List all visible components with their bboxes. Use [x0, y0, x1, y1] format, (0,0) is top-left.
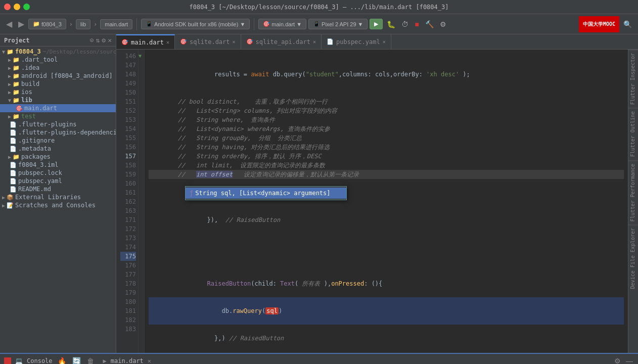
- tree-item-build[interactable]: ▶ 📁 build: [0, 80, 116, 88]
- logo-area: 中国大学MOOC: [579, 16, 619, 32]
- profile-button[interactable]: ⏱: [399, 18, 411, 30]
- minimize-button[interactable]: [14, 4, 20, 10]
- code-line-160: [149, 234, 624, 243]
- separator: [136, 18, 137, 30]
- tree-item-readme[interactable]: 📄 README.md: [0, 185, 116, 193]
- run-console-label: Console: [27, 357, 53, 365]
- settings-button[interactable]: ⚙: [438, 18, 448, 30]
- console-flame-button[interactable]: 🔥: [57, 356, 67, 365]
- collapse-icon[interactable]: ⇅: [96, 36, 100, 44]
- lib-selector[interactable]: lib: [76, 19, 90, 29]
- search-button[interactable]: 🔍: [621, 18, 634, 30]
- tree-item-ios[interactable]: ▶ 📁 ios: [0, 88, 116, 96]
- main-layout: Project ⊙ ⇅ ⚙ ✕ ▼ 📁 f0804_3 ~/Desktop/le…: [0, 34, 638, 353]
- code-line-153: // String groupBy, 分组 分类汇总: [149, 133, 624, 143]
- sidebar-actions: ⊙ ⇅ ⚙ ✕: [90, 36, 112, 44]
- tree-item-packages[interactable]: ▶ 📁 packages: [0, 153, 116, 161]
- project-selector[interactable]: 📁 f0804_3: [28, 19, 66, 29]
- sidebar-title: Project: [4, 37, 30, 44]
- tree-item-main-dart[interactable]: 🎯 main.dart: [0, 104, 116, 112]
- bottom-panel: 💻 Console 🔥 🔄 🗑 ▶ main.dart ✕ ⚙ — ↑ E/fl…: [0, 353, 638, 364]
- tab-main-dart[interactable]: 🎯 main.dart ✕: [116, 34, 175, 49]
- locate-icon[interactable]: ⊙: [90, 36, 94, 44]
- close-tab-main[interactable]: ✕: [166, 39, 169, 45]
- code-line-154: // String having, 对分类汇总后的结果进行筛选: [149, 143, 624, 152]
- device-file-explorer-tab[interactable]: Device File Explorer: [628, 224, 638, 292]
- console-reload-button[interactable]: 🔄: [71, 356, 82, 365]
- sidebar: Project ⊙ ⇅ ⚙ ✕ ▼ 📁 f0804_3 ~/Desktop/le…: [0, 34, 116, 353]
- sdk-selector[interactable]: 📱 Android SDK built for x86 (mobile) ▼: [141, 19, 250, 29]
- title-bar: f0804_3 [~/Desktop/lesson/source/f0804_3…: [0, 0, 638, 14]
- code-line-151: // String where, 查询条件: [149, 115, 624, 124]
- tree-item-lib[interactable]: ▼ 📁 lib: [0, 96, 116, 104]
- tree-item-idea[interactable]: ▶ 📁 .idea: [0, 64, 116, 72]
- tree-item-android[interactable]: ▶ 📁 android [f0804_3_android]: [0, 72, 116, 80]
- code-line-155: // String orderBy, 排序，默认 升序，DESC: [149, 152, 624, 161]
- code-line-174: RaisedButton(child: Text( 所有表 ),onPresse…: [149, 270, 624, 297]
- code-line-159: }), // RaisedButton: [149, 206, 624, 234]
- console-icon: 💻: [15, 357, 23, 365]
- run-button[interactable]: ▶: [370, 19, 383, 29]
- back-button[interactable]: ◀: [4, 18, 14, 30]
- close-button[interactable]: [4, 4, 11, 10]
- run-minimize-button[interactable]: —: [625, 356, 634, 365]
- stop-button[interactable]: ■: [413, 18, 421, 30]
- code-line-162: [149, 252, 624, 261]
- close-tab-sqlite-api[interactable]: ✕: [313, 39, 316, 44]
- code-editor: 146 147 148 149 150 151 152 153 154 155 …: [116, 50, 638, 353]
- toolbar: ◀ ▶ 📁 f0804_3 › lib › main.dart 📱 Androi…: [0, 14, 638, 34]
- run-close[interactable]: ✕: [148, 357, 151, 365]
- code-line-148: [149, 88, 624, 97]
- tree-item-scratches[interactable]: ▶ 📝 Scratches and Consoles: [0, 201, 116, 209]
- window-title: f0804_3 [~/Desktop/lesson/source/f0804_3…: [190, 4, 449, 11]
- tab-sqlite-api[interactable]: 🎯 sqlite_api.dart ✕: [241, 34, 322, 49]
- tree-item-flutter-plugins-dep[interactable]: 📄 .flutter-plugins-dependencies: [0, 128, 116, 136]
- tree-item-flutter-plugins[interactable]: 📄 .flutter-plugins: [0, 120, 116, 128]
- run-settings-button[interactable]: ⚙: [613, 356, 622, 365]
- tree-item-metadata[interactable]: 📄 .metadata: [0, 145, 116, 153]
- autocomplete-item-1[interactable]: ƒString sql, [List<dynamic> arguments]: [186, 188, 346, 199]
- tree-item-pubspec-lock[interactable]: 📄 pubspec.lock: [0, 169, 116, 177]
- debug-button[interactable]: 🐛: [385, 18, 397, 30]
- code-line-177: ], // <Widget>[]: [149, 352, 624, 353]
- fold-gutter: ▼: [139, 50, 145, 353]
- mooc-logo: 中国大学MOOC: [579, 16, 619, 32]
- sidebar-gear-icon[interactable]: ⚙: [102, 36, 106, 44]
- tree-item-root[interactable]: ▼ 📁 f0804_3 ~/Desktop/lesson/source/f080…: [0, 48, 116, 56]
- tree-item-external-libs[interactable]: ▶ 📦 External Libraries: [0, 193, 116, 201]
- flutter-outline-tab[interactable]: Flutter Outline: [628, 108, 638, 160]
- file-selector[interactable]: main.dart: [100, 19, 132, 29]
- code-line-147: results = await db.query("student",colum…: [149, 61, 624, 88]
- maximize-button[interactable]: [23, 4, 30, 10]
- stop-run-button[interactable]: [4, 357, 11, 365]
- code-line-161: [149, 243, 624, 252]
- tree-item-gitignore[interactable]: 📄 .gitignore: [0, 136, 116, 145]
- code-line-146: [149, 52, 624, 61]
- tree-item-test[interactable]: ▶ 📁 test: [0, 112, 116, 120]
- build-button[interactable]: 🔨: [423, 18, 436, 30]
- tab-pubspec[interactable]: 📄 pubspec.yaml ✕: [322, 34, 391, 49]
- forward-button[interactable]: ▶: [16, 18, 26, 30]
- editor-area: 🎯 main.dart ✕ 🎯 sqlite.dart ✕ 🎯 sqlite_a…: [116, 34, 638, 353]
- run-config-selector[interactable]: 🎯 main.dart ▼: [258, 19, 306, 29]
- tree-item-pubspec-yaml[interactable]: 📄 pubspec.yaml: [0, 177, 116, 185]
- tree-item-iml[interactable]: 📄 f0804_3.iml: [0, 161, 116, 169]
- code-line-150: // List<String> columns, 列出对应字段列的内容: [149, 106, 624, 115]
- sidebar-close-icon[interactable]: ✕: [108, 36, 112, 44]
- close-tab-sqlite[interactable]: ✕: [233, 39, 236, 44]
- flutter-inspector-tab[interactable]: Flutter Inspector: [628, 50, 638, 108]
- code-line-163: [149, 261, 624, 270]
- code-line-152: // List<dynamic> whereArgs, 查询条件的实参: [149, 124, 624, 133]
- code-line-156: // int limit, 设置限定的查询记录的最多条数: [149, 161, 624, 170]
- code-line-175: db.rawQuery(sql): [149, 297, 624, 325]
- console-clear-button[interactable]: 🗑: [86, 356, 95, 365]
- autocomplete-popup[interactable]: ƒString sql, [List<dynamic> arguments]: [185, 186, 347, 200]
- code-line-176: },) // RaisedButton: [149, 325, 624, 352]
- code-content[interactable]: results = await db.query("student",colum…: [145, 50, 628, 353]
- tab-sqlite-dart[interactable]: 🎯 sqlite.dart ✕: [175, 34, 241, 49]
- window-controls: [4, 4, 30, 10]
- close-tab-pubspec[interactable]: ✕: [383, 39, 386, 44]
- device-selector[interactable]: 📱 Pixel 2 API 29 ▼: [308, 19, 368, 29]
- flutter-performance-tab[interactable]: Flutter Performance: [628, 160, 638, 224]
- tree-item-dart-tool[interactable]: ▶ 📁 .dart_tool: [0, 56, 116, 64]
